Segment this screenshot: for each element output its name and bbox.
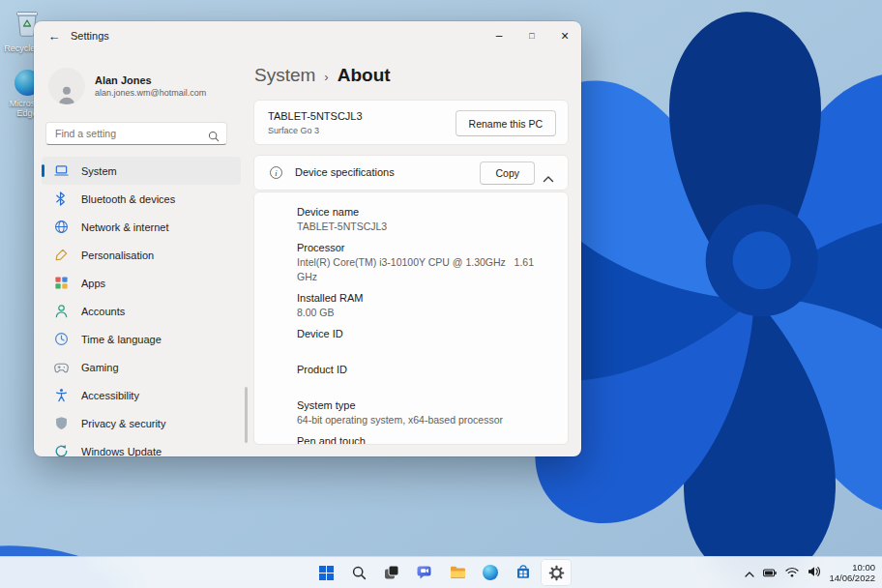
edge-button[interactable] bbox=[476, 560, 505, 585]
user-name: Alan Jones bbox=[95, 74, 206, 86]
battery-icon[interactable] bbox=[763, 564, 777, 581]
store-icon bbox=[515, 565, 531, 580]
device-model: Surface Go 3 bbox=[268, 126, 319, 135]
window-title: Settings bbox=[71, 30, 109, 42]
device-specifications-header[interactable]: i Device specifications Copy bbox=[253, 155, 569, 191]
spec-value bbox=[297, 377, 554, 392]
spec-row: Product ID bbox=[297, 363, 554, 392]
sidebar-item-privacy-security[interactable]: Privacy & security bbox=[42, 409, 241, 437]
sidebar-item-apps[interactable]: Apps bbox=[42, 269, 241, 297]
spec-label: Installed RAM bbox=[297, 291, 554, 306]
spec-value: 64-bit operating system, x64-based proce… bbox=[297, 413, 554, 427]
user-email: alan.jones.wm@hotmail.com bbox=[95, 88, 206, 98]
sidebar: Alan Jones alan.jones.wm@hotmail.com Sys… bbox=[34, 50, 249, 456]
system-icon bbox=[54, 163, 69, 178]
spec-row: Device ID bbox=[297, 327, 554, 356]
sidebar-item-gaming[interactable]: Gaming bbox=[42, 353, 241, 381]
clock-icon bbox=[54, 332, 69, 346]
edge-icon bbox=[483, 565, 498, 580]
sidebar-item-label: Windows Update bbox=[81, 446, 162, 457]
close-button[interactable]: × bbox=[548, 21, 581, 50]
accessibility-icon bbox=[54, 388, 69, 402]
taskbar-search-button[interactable] bbox=[344, 560, 373, 585]
gamepad-icon bbox=[54, 360, 69, 374]
wifi-icon[interactable] bbox=[785, 564, 799, 581]
spec-label: Device name bbox=[297, 205, 554, 220]
chat-button[interactable] bbox=[410, 560, 439, 585]
sidebar-item-label: Privacy & security bbox=[81, 418, 165, 429]
sidebar-item-label: Personalisation bbox=[81, 250, 154, 261]
chevron-up-icon[interactable] bbox=[543, 169, 554, 187]
search-box[interactable] bbox=[45, 122, 227, 145]
spec-label: Processor bbox=[297, 241, 554, 255]
globe-icon bbox=[54, 220, 69, 234]
spec-row: System type 64-bit operating system, x64… bbox=[297, 398, 554, 427]
windows-logo-icon bbox=[319, 566, 334, 580]
tray-date: 14/06/2022 bbox=[829, 573, 875, 583]
back-arrow-icon: ← bbox=[48, 29, 61, 44]
spec-row: Device name TABLET-5NTSCJL3 bbox=[297, 205, 554, 234]
maximize-icon: □ bbox=[529, 31, 534, 41]
apps-grid-icon bbox=[54, 276, 69, 290]
close-icon: × bbox=[561, 28, 569, 44]
page-title: About bbox=[338, 65, 391, 86]
taskbar-center bbox=[311, 557, 571, 588]
breadcrumb-separator-icon: › bbox=[324, 70, 328, 84]
section-title: Device specifications bbox=[295, 166, 395, 178]
settings-app-button[interactable] bbox=[542, 560, 571, 585]
device-specifications-panel: Device name TABLET-5NTSCJL3 Processor In… bbox=[253, 191, 569, 445]
settings-window: ← Settings – □ × Alan Jones alan.jones.w… bbox=[34, 21, 581, 456]
titlebar[interactable]: ← Settings – □ × bbox=[34, 21, 581, 50]
sidebar-item-bluetooth-devices[interactable]: Bluetooth & devices bbox=[42, 185, 241, 213]
brush-icon bbox=[54, 248, 69, 262]
avatar bbox=[48, 68, 85, 104]
back-button[interactable]: ← bbox=[42, 24, 67, 47]
sidebar-item-network-internet[interactable]: Network & internet bbox=[42, 213, 241, 241]
maximize-button[interactable]: □ bbox=[515, 21, 548, 50]
sidebar-item-label: Network & internet bbox=[81, 221, 168, 233]
device-name: TABLET-5NTSCJL3 bbox=[268, 110, 363, 122]
tray-time: 10:00 bbox=[829, 562, 875, 573]
sidebar-item-label: Accounts bbox=[81, 306, 125, 317]
sidebar-scrollbar[interactable] bbox=[245, 387, 248, 443]
search-input[interactable] bbox=[46, 123, 226, 144]
sidebar-item-label: Gaming bbox=[81, 362, 119, 373]
account-summary[interactable]: Alan Jones alan.jones.wm@hotmail.com bbox=[48, 68, 206, 104]
sidebar-item-personalisation[interactable]: Personalisation bbox=[42, 241, 241, 269]
system-tray: 10:00 14/06/2022 bbox=[745, 557, 875, 588]
spec-value bbox=[297, 341, 554, 356]
volume-icon[interactable] bbox=[808, 564, 820, 581]
window-controls: – □ × bbox=[483, 21, 581, 50]
minimize-button[interactable]: – bbox=[483, 21, 515, 50]
sidebar-item-system[interactable]: System bbox=[42, 157, 241, 185]
info-icon: i bbox=[270, 166, 282, 179]
spec-row: Pen and touch Pen and touch support with… bbox=[297, 434, 554, 445]
desktop: Recycle Bin Microsoft Edge ← Settings – … bbox=[0, 0, 882, 588]
minimize-icon: – bbox=[496, 29, 503, 43]
task-view-icon bbox=[384, 565, 399, 580]
clock[interactable]: 10:00 14/06/2022 bbox=[829, 562, 875, 583]
sidebar-item-label: Time & language bbox=[81, 334, 162, 345]
update-refresh-icon bbox=[54, 444, 69, 456]
spec-row: Installed RAM 8.00 GB bbox=[297, 291, 554, 320]
copy-button[interactable]: Copy bbox=[480, 162, 535, 185]
sidebar-item-accounts[interactable]: Accounts bbox=[42, 297, 241, 325]
file-explorer-button[interactable] bbox=[443, 560, 472, 585]
rename-pc-button[interactable]: Rename this PC bbox=[456, 110, 556, 136]
store-button[interactable] bbox=[509, 560, 538, 585]
spec-label: Pen and touch bbox=[297, 434, 554, 445]
task-view-button[interactable] bbox=[377, 560, 406, 585]
sidebar-item-time-language[interactable]: Time & language bbox=[42, 325, 241, 353]
sidebar-item-accessibility[interactable]: Accessibility bbox=[42, 381, 241, 409]
spec-row: Processor Intel(R) Core(TM) i3-10100Y CP… bbox=[297, 241, 554, 284]
search-icon bbox=[352, 566, 367, 580]
shield-icon bbox=[54, 416, 69, 430]
spec-label: System type bbox=[297, 398, 554, 413]
person-icon bbox=[56, 83, 77, 104]
sidebar-item-windows-update[interactable]: Windows Update bbox=[42, 437, 241, 456]
hidden-icons-chevron[interactable] bbox=[745, 564, 754, 581]
start-button[interactable] bbox=[311, 560, 340, 585]
breadcrumb-system[interactable]: System bbox=[254, 65, 315, 86]
taskbar: 10:00 14/06/2022 bbox=[0, 556, 882, 588]
sidebar-item-label: System bbox=[81, 165, 117, 177]
